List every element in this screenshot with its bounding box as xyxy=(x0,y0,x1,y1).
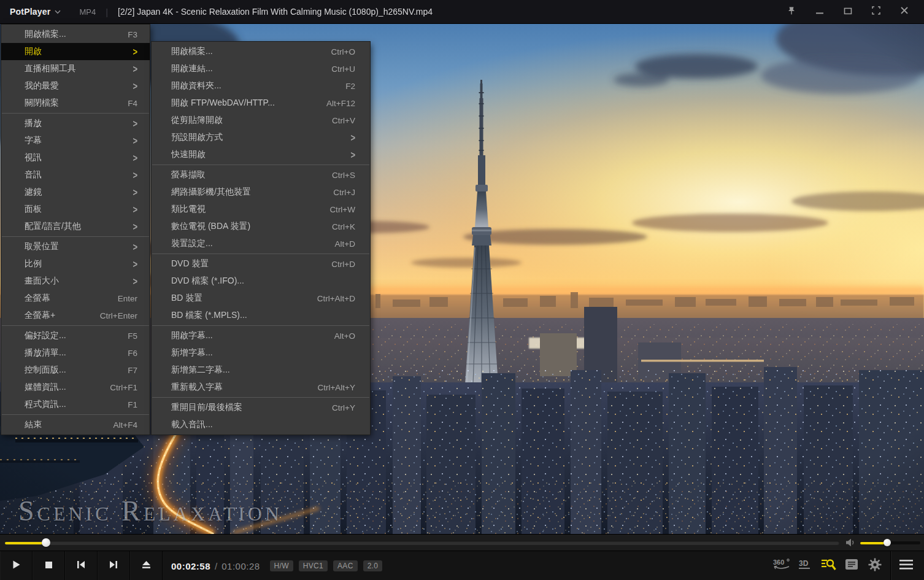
menu-item-media-info[interactable]: 媒體資訊...Ctrl+F1 xyxy=(1,379,150,396)
menu-item-analog-tv[interactable]: 類比電視Ctrl+W xyxy=(152,201,370,218)
menu-item-dvd-device[interactable]: DVD 裝置Ctrl+D xyxy=(152,255,370,273)
menu-item-default-open-mode[interactable]: 預設開啟方式> xyxy=(152,129,370,146)
menu-separator xyxy=(2,113,149,114)
menu-item-filters[interactable]: 濾鏡> xyxy=(1,184,150,201)
scene-search-button[interactable] xyxy=(817,551,840,580)
volume-slider[interactable] xyxy=(860,541,920,544)
menu-item-shortcut: Ctrl+Alt+Y xyxy=(317,383,355,392)
menu-item-open-subtitle[interactable]: 開啟字幕...Alt+O xyxy=(152,327,370,344)
menu-item-shortcut: Ctrl+Alt+D xyxy=(317,294,355,303)
menu-item-pan-scan[interactable]: 取景位置> xyxy=(1,238,150,255)
stop-icon xyxy=(45,560,53,571)
potplayer-window: PotPlayer MP4 | [2/2] Japan 4K - Scenic … xyxy=(0,0,924,580)
submenu-arrow-icon: > xyxy=(133,46,137,58)
stop-button[interactable] xyxy=(33,551,65,580)
menu-item-bd-device[interactable]: BD 裝置Ctrl+Alt+D xyxy=(152,290,370,307)
volume-thumb[interactable] xyxy=(884,539,891,546)
menu-item-bd-file-mpls[interactable]: BD 檔案 (*.MPLS)... xyxy=(152,307,370,324)
menu-item-open-file[interactable]: 開啟檔案...F3 xyxy=(1,26,150,43)
menu-item-label: 視訊 xyxy=(25,152,117,163)
close-button[interactable] xyxy=(895,2,914,21)
seek-thumb[interactable] xyxy=(42,538,50,547)
menu-item-dvd-file-ifo[interactable]: DVD 檔案 (*.IFO)... xyxy=(152,273,370,290)
menu-item-open-from-clipboard[interactable]: 從剪貼簿開啟Ctrl+V xyxy=(152,112,370,129)
menu-item-webcam-other-devices[interactable]: 網路攝影機/其他裝置Ctrl+J xyxy=(152,184,370,201)
main-menu-button[interactable] xyxy=(895,551,918,580)
menu-item-device-settings[interactable]: 裝置設定...Alt+D xyxy=(152,235,370,252)
menu-item-shortcut: Ctrl+U xyxy=(331,64,355,74)
app-menu-button[interactable]: PotPlayer xyxy=(10,7,50,17)
menu-item-preferences[interactable]: 偏好設定...F5 xyxy=(1,327,150,344)
menu-item-shortcut: F3 xyxy=(128,30,137,39)
next-icon xyxy=(109,560,118,571)
view-3d-button[interactable]: 3D xyxy=(793,551,817,580)
menu-item-label: BD 檔案 (*.MPLS)... xyxy=(171,310,339,321)
play-button[interactable] xyxy=(0,551,33,580)
menu-item-fullscreen[interactable]: 全螢幕Enter xyxy=(1,290,150,307)
watermark-text: Scenic Relaxation xyxy=(18,495,282,527)
menu-item-program-info[interactable]: 程式資訊...F1 xyxy=(1,396,150,413)
volume-icon[interactable] xyxy=(845,538,856,549)
menu-item-label: 播放 xyxy=(25,118,117,129)
menu-item-open-folder[interactable]: 開啟資料夾...F2 xyxy=(152,77,370,95)
menu-item-shortcut: F7 xyxy=(128,366,137,375)
menu-item-label: 全螢幕 xyxy=(25,293,102,304)
menu-separator xyxy=(152,397,369,398)
menu-item-control-panel[interactable]: 控制面版...F7 xyxy=(1,362,150,379)
eject-button[interactable] xyxy=(130,551,163,580)
submenu-arrow-icon: > xyxy=(133,169,137,181)
menu-item-add-subtitle[interactable]: 新增字幕... xyxy=(152,344,370,362)
codec-badge: MP4 xyxy=(79,7,96,17)
menu-separator xyxy=(2,236,149,237)
menu-item-panel[interactable]: 面板> xyxy=(1,201,150,218)
previous-button[interactable] xyxy=(65,551,98,580)
submenu-arrow-icon: > xyxy=(133,221,137,233)
menu-item-shortcut: F5 xyxy=(128,331,137,341)
menu-item-exit[interactable]: 結束Alt+F4 xyxy=(1,416,150,433)
menu-item-label: 配置/語言/其他 xyxy=(25,221,117,232)
settings-button[interactable] xyxy=(863,551,887,580)
menu-item-fullscreen-plus[interactable]: 全螢幕+Ctrl+Enter xyxy=(1,307,150,324)
window-controls xyxy=(782,2,924,21)
menu-item-close-file[interactable]: 關閉檔案F4 xyxy=(1,95,150,112)
menu-item-broadcast-tools[interactable]: 直播相關工具> xyxy=(1,60,150,77)
menu-item-playlist[interactable]: 播放清單...F6 xyxy=(1,344,150,362)
maximize-button[interactable] xyxy=(838,2,858,21)
menu-item-shortcut: Enter xyxy=(118,294,137,303)
close-icon xyxy=(900,6,909,17)
menu-item-open-file[interactable]: 開啟檔案...Ctrl+O xyxy=(152,43,370,60)
menu-item-reopen-current-last-file[interactable]: 重開目前/最後檔案Ctrl+Y xyxy=(152,399,370,416)
fullscreen-button[interactable] xyxy=(866,2,886,21)
menu-item-shortcut: Ctrl+S xyxy=(332,171,355,180)
menu-item-open[interactable]: 開啟> xyxy=(1,43,150,60)
menu-item-load-audio[interactable]: 載入音訊... xyxy=(152,416,370,433)
menu-item-subtitles[interactable]: 字幕> xyxy=(1,132,150,149)
menu-item-shortcut: Ctrl+J xyxy=(333,188,355,197)
title-bar: PotPlayer MP4 | [2/2] Japan 4K - Scenic … xyxy=(0,0,924,24)
menu-item-video[interactable]: 視訊> xyxy=(1,149,150,166)
menu-item-shortcut: Alt+O xyxy=(334,331,355,341)
view-360-button[interactable]: 360 xyxy=(770,551,793,580)
pin-button[interactable] xyxy=(782,2,801,21)
minimize-button[interactable] xyxy=(810,2,830,21)
menu-item-config-language-others[interactable]: 配置/語言/其他> xyxy=(1,218,150,235)
menu-item-reload-subtitle[interactable]: 重新載入字幕Ctrl+Alt+Y xyxy=(152,379,370,396)
menu-item-aspect-ratio[interactable]: 比例> xyxy=(1,255,150,273)
menu-item-quick-open[interactable]: 快速開啟> xyxy=(152,146,370,163)
menu-item-open-url[interactable]: 開啟連結...Ctrl+U xyxy=(152,60,370,77)
minimize-icon xyxy=(815,6,824,17)
menu-item-video-size[interactable]: 畫面大小> xyxy=(1,273,150,290)
menu-item-favorites[interactable]: 我的最愛> xyxy=(1,77,150,95)
time-display: 00:02:58 / 01:00:28 xyxy=(171,561,260,571)
menu-item-open-ftp-webdav-http[interactable]: 開啟 FTP/WebDAV/HTTP...Alt+F12 xyxy=(152,95,370,112)
playlist-panel-button[interactable] xyxy=(840,551,863,580)
seek-bar[interactable] xyxy=(5,541,839,545)
menu-item-shortcut: Ctrl+W xyxy=(329,205,355,214)
menu-item-add-second-subtitle[interactable]: 新增第二字幕... xyxy=(152,362,370,379)
next-button[interactable] xyxy=(98,551,130,580)
submenu-arrow-icon: > xyxy=(133,187,137,198)
menu-item-audio[interactable]: 音訊> xyxy=(1,166,150,184)
menu-item-playback[interactable]: 播放> xyxy=(1,115,150,132)
menu-item-screen-capture[interactable]: 螢幕擷取Ctrl+S xyxy=(152,166,370,184)
menu-item-digital-tv-bda[interactable]: 數位電視 (BDA 裝置)Ctrl+K xyxy=(152,218,370,235)
